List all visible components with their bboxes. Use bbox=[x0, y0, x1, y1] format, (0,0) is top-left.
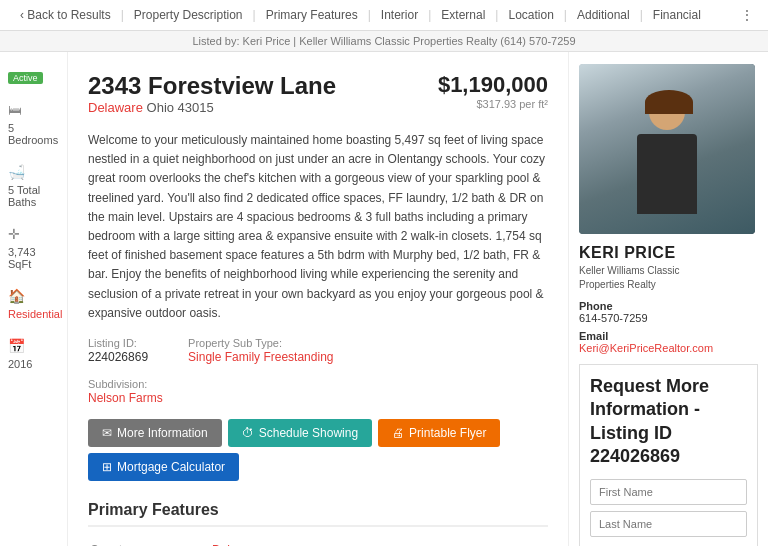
agent-body bbox=[637, 134, 697, 214]
nav-separator-1: | bbox=[119, 8, 126, 22]
table-row: County Delaware bbox=[90, 539, 546, 546]
bed-icon: 🛏 bbox=[8, 102, 22, 118]
type-label: Residential bbox=[8, 308, 62, 320]
bath-icon: 🛁 bbox=[8, 164, 25, 180]
calculator-icon: ⊞ bbox=[102, 460, 112, 474]
back-to-results-link[interactable]: ‹ Back to Results bbox=[12, 8, 119, 22]
property-sub-type-label: Property Sub Type: bbox=[188, 337, 333, 349]
nav-interior[interactable]: Interior bbox=[373, 8, 426, 22]
listing-id-group: Listing ID: 224026869 bbox=[88, 337, 148, 364]
county-label: County bbox=[90, 539, 210, 546]
sqft-label: 3,743 SqFt bbox=[8, 246, 59, 270]
envelope-icon: ✉ bbox=[102, 426, 112, 440]
county-value: Delaware bbox=[212, 539, 546, 546]
first-name-input[interactable] bbox=[590, 479, 747, 505]
property-city-state: Delaware Ohio 43015 bbox=[88, 100, 336, 115]
property-header: 2343 Forestview Lane Delaware Ohio 43015… bbox=[88, 72, 548, 115]
property-sub-type-group: Property Sub Type: Single Family Freesta… bbox=[188, 337, 333, 364]
share-icon: ⋮ bbox=[733, 8, 761, 22]
share-button[interactable]: ⋮ Share bbox=[725, 8, 768, 22]
nav-separator-3: | bbox=[366, 8, 373, 22]
listing-bar: Listed by: Keri Price | Keller Williams … bbox=[0, 31, 768, 52]
home-icon: 🏠 bbox=[8, 288, 25, 304]
property-price: $1,190,000 bbox=[438, 72, 548, 98]
sidebar-type: 🏠 Residential bbox=[8, 288, 59, 320]
request-info-title: Request More Information - Listing ID 22… bbox=[590, 375, 747, 469]
property-address: 2343 Forestview Lane bbox=[88, 72, 336, 100]
property-description: Welcome to your meticulously maintained … bbox=[88, 131, 548, 323]
right-panel: KERI PRICE Keller Williams Classic Prope… bbox=[568, 52, 768, 546]
nav-financial[interactable]: Financial bbox=[645, 8, 709, 22]
sidebar-baths: 🛁 5 Total Baths bbox=[8, 164, 59, 208]
agent-hair bbox=[645, 90, 693, 114]
action-buttons: ✉ More Information ⏱ Schedule Showing 🖨 … bbox=[88, 419, 548, 481]
print-icon: 🖨 bbox=[392, 426, 404, 440]
nav-separator-7: | bbox=[638, 8, 645, 22]
property-title: 2343 Forestview Lane Delaware Ohio 43015 bbox=[88, 72, 336, 115]
printable-flyer-button[interactable]: 🖨 Printable Flyer bbox=[378, 419, 500, 447]
nav-property-description[interactable]: Property Description bbox=[126, 8, 251, 22]
agent-photo-inner bbox=[579, 64, 755, 234]
nav-separator-6: | bbox=[562, 8, 569, 22]
last-name-input[interactable] bbox=[590, 511, 747, 537]
nav-additional[interactable]: Additional bbox=[569, 8, 638, 22]
subdivision-label: Subdivision: bbox=[88, 378, 548, 390]
clock-icon: ⏱ bbox=[242, 426, 254, 440]
nav-separator-5: | bbox=[493, 8, 500, 22]
nav-separator-4: | bbox=[426, 8, 433, 22]
year-label: 2016 bbox=[8, 358, 32, 370]
agent-photo bbox=[579, 64, 755, 234]
active-badge: Active bbox=[8, 72, 43, 84]
email-address[interactable]: Keri@KeriPriceRealtor.com bbox=[579, 342, 713, 354]
sidebar-status: Active bbox=[8, 72, 59, 84]
listing-id-value: 224026869 bbox=[88, 350, 148, 364]
main-content: 2343 Forestview Lane Delaware Ohio 43015… bbox=[68, 52, 568, 546]
sidebar-bedrooms: 🛏 5 Bedrooms bbox=[8, 102, 59, 146]
nav-separator-2: | bbox=[251, 8, 258, 22]
nav-primary-features[interactable]: Primary Features bbox=[258, 8, 366, 22]
agent-company: Keller Williams Classic Properties Realt… bbox=[579, 264, 758, 292]
mortgage-calculator-button[interactable]: ⊞ Mortgage Calculator bbox=[88, 453, 239, 481]
top-nav: ‹ Back to Results | Property Description… bbox=[0, 0, 768, 31]
agent-figure bbox=[622, 94, 712, 234]
features-table: County Delaware Half Baths 2 bbox=[88, 537, 548, 546]
price-block: $1,190,000 $317.93 per ft² bbox=[438, 72, 548, 110]
sidebar-year: 📅 2016 bbox=[8, 338, 59, 370]
listing-id-label: Listing ID: bbox=[88, 337, 148, 349]
bedrooms-label: 5 Bedrooms bbox=[8, 122, 59, 146]
listing-bar-text: Listed by: Keri Price | Keller Williams … bbox=[192, 35, 575, 47]
main-container: Active 🛏 5 Bedrooms 🛁 5 Total Baths ✛ 3,… bbox=[0, 52, 768, 546]
agent-company-line1: Keller Williams Classic bbox=[579, 265, 680, 276]
agent-phone: Phone 614-570-7259 bbox=[579, 300, 758, 324]
more-information-button[interactable]: ✉ More Information bbox=[88, 419, 222, 447]
price-per-sqft: $317.93 per ft² bbox=[438, 98, 548, 110]
schedule-showing-button[interactable]: ⏱ Schedule Showing bbox=[228, 419, 372, 447]
agent-company-line2: Properties Realty bbox=[579, 279, 656, 290]
nav-external[interactable]: External bbox=[433, 8, 493, 22]
phone-number: 614-570-7259 bbox=[579, 312, 648, 324]
agent-head bbox=[649, 94, 685, 130]
agent-first-name: KERI bbox=[579, 244, 619, 261]
primary-features-title: Primary Features bbox=[88, 501, 548, 527]
nav-location[interactable]: Location bbox=[500, 8, 561, 22]
agent-last-name: PRICE bbox=[624, 244, 675, 261]
left-sidebar: Active 🛏 5 Bedrooms 🛁 5 Total Baths ✛ 3,… bbox=[0, 52, 68, 546]
listing-details: Listing ID: 224026869 Property Sub Type:… bbox=[88, 337, 548, 364]
request-info-box: Request More Information - Listing ID 22… bbox=[579, 364, 758, 546]
property-city: Delaware bbox=[88, 100, 143, 115]
agent-email: Email Keri@KeriPriceRealtor.com bbox=[579, 330, 758, 354]
sidebar-sqft: ✛ 3,743 SqFt bbox=[8, 226, 59, 270]
property-state-zip: Ohio 43015 bbox=[147, 100, 214, 115]
baths-label: 5 Total Baths bbox=[8, 184, 59, 208]
phone-label: Phone bbox=[579, 300, 758, 312]
sqft-icon: ✛ bbox=[8, 226, 20, 242]
agent-name: KERI PRICE bbox=[579, 244, 758, 262]
subdivision-value: Nelson Farms bbox=[88, 391, 163, 405]
calendar-icon: 📅 bbox=[8, 338, 25, 354]
property-sub-type-value: Single Family Freestanding bbox=[188, 350, 333, 364]
subdivision-block: Subdivision: Nelson Farms bbox=[88, 378, 548, 405]
email-label: Email bbox=[579, 330, 758, 342]
